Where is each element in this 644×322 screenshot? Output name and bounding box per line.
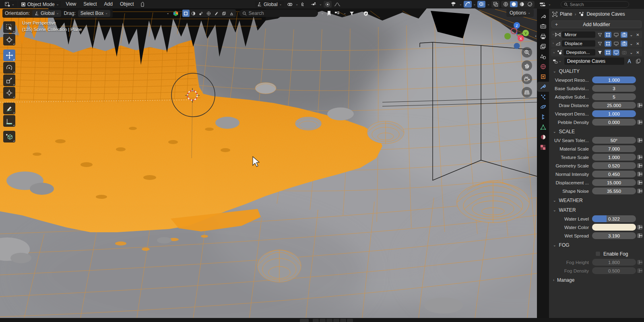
menu-view[interactable]: View bbox=[63, 1, 79, 8]
pan-hand-button[interactable] bbox=[522, 60, 532, 71]
tool-move[interactable] bbox=[3, 50, 15, 61]
tool-cursor[interactable] bbox=[3, 34, 15, 45]
collapse-arrow-icon[interactable]: ⌄ bbox=[553, 51, 555, 54]
expand-arrow-icon[interactable]: › bbox=[553, 42, 554, 45]
breadcrumb-modifier[interactable]: Deepstone Caves bbox=[586, 11, 625, 17]
ortho-grid-button[interactable] bbox=[522, 87, 532, 97]
mode-sculpt-icon[interactable] bbox=[190, 10, 197, 17]
modifier-name[interactable]: Deepston... bbox=[564, 49, 595, 56]
tab-constraints[interactable] bbox=[537, 112, 549, 122]
tab-scene[interactable] bbox=[537, 52, 549, 62]
play-button[interactable] bbox=[333, 319, 339, 322]
shading-rendered-button[interactable] bbox=[526, 1, 534, 7]
tab-texture[interactable] bbox=[537, 142, 549, 152]
tab-world[interactable] bbox=[537, 62, 549, 72]
tab-modifiers[interactable] bbox=[537, 82, 549, 92]
water-color-swatch[interactable] bbox=[592, 224, 636, 231]
section-water[interactable]: ⌄ WATER bbox=[549, 206, 644, 215]
viewport-search-input[interactable]: Search bbox=[239, 10, 318, 17]
modifier-menu-icon[interactable]: ⌄ bbox=[629, 33, 634, 37]
modifier-delete-icon[interactable]: ✕ bbox=[635, 41, 640, 46]
menu-object[interactable]: Object bbox=[117, 1, 137, 8]
blender-hexagon-icon[interactable] bbox=[173, 10, 179, 17]
section-fog[interactable]: ⌄ FOG bbox=[549, 241, 644, 250]
section-quality[interactable]: ⌄ QUALITY bbox=[549, 67, 644, 76]
property-field[interactable]: 15.000 bbox=[592, 179, 636, 186]
attribute-toggle-icon[interactable] bbox=[637, 268, 642, 273]
property-field[interactable]: 0.450 bbox=[592, 171, 636, 178]
breadcrumb-object[interactable]: Plane bbox=[560, 11, 572, 17]
property-field[interactable]: 3 bbox=[592, 85, 636, 92]
mode-object-icon[interactable] bbox=[182, 10, 190, 17]
mode-weight-paint-icon[interactable] bbox=[205, 10, 213, 17]
add-modifier-button[interactable]: + Add Modifier bbox=[551, 21, 642, 28]
property-field[interactable]: 1.000 bbox=[592, 154, 636, 161]
fake-user-button[interactable] bbox=[625, 58, 633, 65]
mode-stamp-icon[interactable] bbox=[228, 10, 235, 17]
overlays-toggle-icon[interactable] bbox=[477, 1, 485, 8]
toggle-apply-on-spline-icon[interactable] bbox=[597, 32, 603, 38]
camera-view-button[interactable] bbox=[522, 74, 532, 84]
tab-object[interactable] bbox=[537, 72, 549, 82]
property-field[interactable]: 0.520 bbox=[592, 162, 636, 169]
tab-view-layer[interactable] bbox=[537, 41, 549, 52]
property-field[interactable]: 3.190 bbox=[592, 232, 636, 239]
toggle-realtime-icon[interactable] bbox=[613, 41, 619, 47]
toggle-realtime-icon[interactable] bbox=[613, 32, 619, 38]
viewport-3d[interactable]: Orientation: Global ⌄ Drag: Select Box ⌄… bbox=[0, 8, 537, 318]
tool-transform[interactable] bbox=[3, 87, 15, 99]
timeline-dropdown[interactable] bbox=[300, 319, 309, 322]
toggle-realtime-icon[interactable] bbox=[613, 50, 619, 56]
attribute-toggle-icon[interactable] bbox=[637, 225, 642, 229]
expand-arrow-icon[interactable]: › bbox=[553, 33, 554, 36]
sidebar-collapse-arrow[interactable]: ‹ bbox=[535, 33, 537, 38]
snap-magnet-icon[interactable] bbox=[300, 1, 308, 8]
attribute-toggle-icon[interactable] bbox=[637, 103, 642, 107]
property-field[interactable]: 35.550 bbox=[592, 188, 636, 194]
shading-solid-button[interactable] bbox=[510, 1, 518, 7]
play-reverse-button[interactable] bbox=[326, 319, 332, 322]
transform-orientation-select[interactable]: Global ⌄ bbox=[255, 1, 284, 8]
attribute-toggle-icon[interactable] bbox=[637, 180, 642, 185]
mode-clone-icon[interactable] bbox=[221, 10, 228, 17]
tab-particles[interactable] bbox=[537, 92, 549, 102]
attribute-toggle-icon[interactable] bbox=[637, 189, 642, 193]
orientation-dropdown[interactable]: Global ⌄ bbox=[32, 10, 61, 17]
modifier-menu-icon[interactable]: ⌄ bbox=[629, 50, 634, 55]
mode-texture-paint-icon[interactable] bbox=[213, 10, 220, 17]
section-manage[interactable]: › Manage bbox=[549, 276, 644, 285]
proportional-editing-icon[interactable] bbox=[310, 1, 318, 8]
attribute-toggle-icon[interactable] bbox=[637, 163, 642, 168]
section-scale[interactable]: ⌄ SCALE bbox=[549, 127, 644, 136]
tool-scale[interactable] bbox=[3, 74, 15, 86]
tab-tool[interactable] bbox=[537, 11, 549, 21]
annotation-icon[interactable] bbox=[138, 1, 147, 8]
bookmark-icon[interactable] bbox=[327, 10, 331, 16]
property-slider[interactable]: 1.000 bbox=[592, 110, 636, 117]
xray-toggle-icon[interactable] bbox=[491, 1, 500, 8]
property-field[interactable]: 0.500 bbox=[592, 267, 636, 274]
tab-physics[interactable] bbox=[537, 102, 549, 112]
property-field[interactable]: 5 bbox=[592, 93, 636, 100]
chevron-down-icon[interactable]: ⌄ bbox=[167, 12, 169, 15]
property-slider[interactable]: 0.322 bbox=[592, 215, 636, 222]
attribute-toggle-icon[interactable] bbox=[637, 260, 642, 264]
tool-annotate[interactable] bbox=[3, 103, 15, 114]
gizmos-toggle-icon[interactable] bbox=[464, 1, 472, 8]
property-field[interactable]: 25.000 bbox=[592, 102, 636, 109]
toggle-render-icon[interactable] bbox=[621, 50, 627, 56]
new-copy-button[interactable] bbox=[634, 58, 642, 65]
menu-add[interactable]: Add bbox=[101, 1, 116, 8]
section-weather[interactable]: ⌄ WEATHER bbox=[549, 196, 644, 205]
tab-object-data[interactable] bbox=[537, 122, 549, 132]
options-button[interactable]: Options ⌄ bbox=[506, 9, 534, 17]
tool-add-cube[interactable] bbox=[3, 131, 15, 142]
node-group-browse-button[interactable]: ⌄ bbox=[551, 58, 563, 65]
properties-search-input[interactable]: Search bbox=[561, 1, 629, 8]
shading-material-button[interactable] bbox=[518, 1, 526, 7]
filter-funnel-icon[interactable] bbox=[349, 11, 354, 16]
toggle-apply-on-spline-icon[interactable] bbox=[597, 50, 603, 56]
attribute-toggle-icon[interactable] bbox=[637, 138, 642, 142]
properties-editor-icon[interactable] bbox=[539, 2, 546, 7]
tab-output[interactable] bbox=[537, 31, 549, 41]
